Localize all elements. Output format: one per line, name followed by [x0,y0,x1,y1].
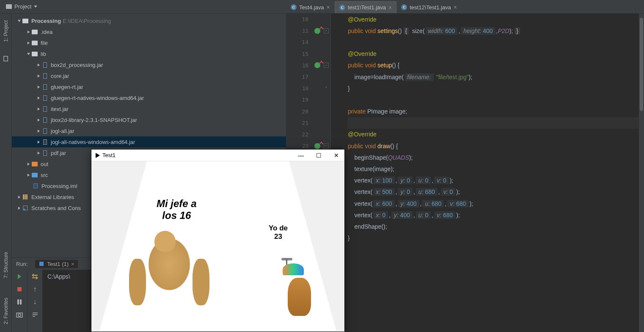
line-number: 23 [303,143,308,149]
folder-icon [6,4,12,9]
code-line: vertex(x: 500,y: 0,u: 680,v: 0); [348,186,644,198]
tree-folder-idea[interactable]: .idea [12,26,286,37]
close-icon[interactable]: × [327,4,330,11]
processing-canvas: Mi jefe a los 16 Yo de 23 [91,161,344,332]
code-line: public void settings() { size(width: 600… [348,25,644,36]
line-number: 21 [286,117,330,129]
scrollbar-thumb[interactable] [640,18,643,111]
svg-rect-0 [4,56,8,61]
code-line: image=loadImage(filename: "file/test.jpg… [348,71,644,83]
line-number: 15 [286,48,330,60]
play-icon [96,153,100,158]
code-line: vertex(x: 100,y: 0,u: 0,v: 0); [348,175,644,186]
line-number: 17 [286,71,330,83]
run-label: Run: [16,261,28,267]
svg-rect-4 [17,287,22,291]
tree-jar[interactable]: jogl-all.jar [12,125,286,136]
wrap-icon[interactable] [31,310,39,319]
root-name: Processing [31,18,61,24]
line-number: 19 [286,94,330,105]
window-titlebar[interactable]: Test1 — ☐ ✕ [91,149,344,161]
sidebar-tab-project[interactable]: 1: Project [2,17,10,45]
override-icon[interactable] [314,143,320,149]
code-line: @Override [348,48,644,60]
code-editor[interactable]: @Override public void settings() { size(… [331,14,644,332]
class-icon: C [291,4,297,10]
line-number: 11 [303,28,308,34]
camera-icon[interactable] [15,310,24,319]
root-path: E:\IDEA\Processing [63,18,111,24]
sidebar-tab-favorites[interactable]: 2: Favorites [2,294,10,328]
tree-folder-lib[interactable]: lib [12,48,286,59]
tree-jar[interactable]: gluegen-rt.jar [12,81,286,92]
rerun-icon[interactable] [15,272,24,281]
editor-tabs: C Test4.java × C test1\Test1.java × C te… [286,0,644,14]
code-line: vertex(x: 600,y: 400,u: 680,v: 680); [348,198,644,209]
meme-text-right: Yo de 23 [269,224,288,241]
svg-rect-5 [17,299,19,304]
pause-icon[interactable] [15,298,24,306]
fold-icon[interactable]: − [324,63,329,68]
tree-jar[interactable]: core.jar [12,70,286,81]
down-icon[interactable]: ↓ [31,298,39,306]
run-tools-left [12,270,27,332]
up-icon[interactable]: ↑ [31,285,39,293]
editor-tab-0[interactable]: C Test4.java × [286,1,335,13]
tree-jar[interactable]: jbox2d-library-2.3.1-SNAPSHOT.jar [12,114,286,125]
file-icon[interactable] [3,55,9,62]
code-line [348,94,644,105]
editor-scrollbar[interactable] [639,14,644,332]
fold-icon[interactable]: − [324,28,329,33]
svg-rect-6 [20,299,22,304]
window-title: Test1 [102,152,116,158]
svg-point-8 [18,314,21,316]
code-line: public void draw() { [348,140,644,152]
code-line: @Override [348,14,644,25]
doge-weak-image [275,265,322,320]
project-dropdown[interactable]: Project [3,3,40,11]
line-number: 20 [286,106,330,117]
meme-text-left: Mi jefe a los 16 [157,198,197,221]
propeller-hat [281,258,292,260]
chevron-down-icon [34,6,37,8]
code-line: beginShape(QUADS); [348,152,644,163]
tree-jar-selected[interactable]: jogl-all-natives-windows-amd64.jar [12,136,286,147]
code-line: public void setup() { [348,60,644,71]
toggle-icon[interactable]: ⇆ [31,272,39,281]
processing-window: Test1 — ☐ ✕ Mi jefe a los 16 Yo de 23 [91,149,345,332]
tree-jar[interactable]: box2d_processing.jar [12,59,286,70]
class-icon: C [339,5,345,11]
svg-rect-3 [39,262,44,266]
fold-icon[interactable]: − [324,144,329,149]
run-tools-right: ⇆ ↑ ↓ [27,270,42,332]
tree-folder-file[interactable]: file [12,37,286,48]
sidebar-tab-structure[interactable]: 7: Structure [2,249,10,282]
editor-tab-2[interactable]: C test12\Test1.java × [396,1,462,13]
tree-jar[interactable]: itext.jar [12,103,286,114]
minimize-icon[interactable]: — [297,152,305,159]
line-number: 10 [286,14,330,25]
tree-jar[interactable]: gluegen-rt-natives-windows-amd64.jar [12,92,286,103]
class-icon: C [401,4,407,10]
code-line: endShape(); [348,221,644,232]
tree-root[interactable]: Processing E:\IDEA\Processing [12,15,286,26]
close-icon[interactable]: × [454,4,457,11]
run-tab[interactable]: Test1 (1) × [35,260,77,268]
code-line: vertex(x: 0,y: 400,u: 0,v: 680); [348,209,644,221]
close-icon[interactable]: × [71,261,74,267]
editor-tab-1[interactable]: C test1\Test1.java × [335,1,397,13]
code-line-current [348,117,644,129]
line-number: 18 [303,85,308,91]
code-line: } [348,232,644,244]
close-icon[interactable]: × [388,4,392,11]
left-sidebar: 1: Project 7: Structure 2: Favorites [0,14,12,332]
maximize-icon[interactable]: ☐ [315,152,322,159]
close-icon[interactable]: ✕ [333,152,340,159]
override-icon[interactable] [314,62,320,68]
override-icon[interactable] [314,28,320,34]
stop-icon[interactable] [15,285,24,293]
doge-strong-image [125,238,214,326]
line-number: 22 [286,129,330,140]
code-line: @Override [348,129,644,140]
fold-icon[interactable]: ⌃ [324,86,329,91]
